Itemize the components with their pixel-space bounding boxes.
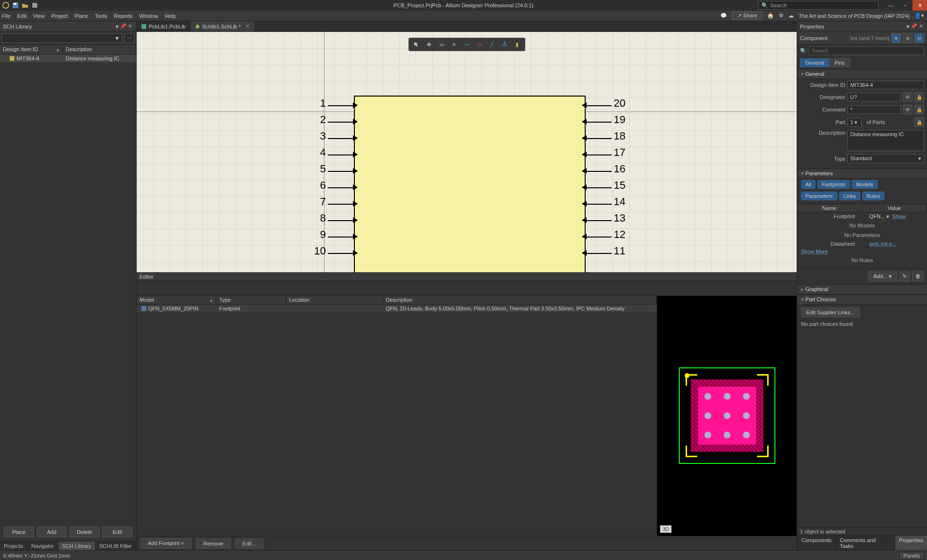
param-col-name[interactable]: Name	[797, 204, 862, 212]
pin-20[interactable]: 20	[583, 99, 612, 111]
section-graphical[interactable]: Graphical	[797, 284, 927, 294]
visibility-icon[interactable]: 👁	[903, 92, 913, 102]
panel-pin-icon[interactable]: 📌	[911, 23, 917, 29]
pin-15[interactable]: 15	[583, 182, 612, 193]
open-icon[interactable]	[21, 1, 29, 9]
filter-icon[interactable]: ▼	[891, 33, 901, 43]
lock-icon[interactable]: 🔒	[914, 117, 924, 127]
pin-6[interactable]: 6	[328, 182, 357, 193]
pin-9[interactable]: 9	[328, 231, 357, 242]
menu-window[interactable]: Window	[139, 13, 158, 19]
pin-1[interactable]: 1	[328, 99, 357, 111]
panels-button[interactable]: Panels	[899, 552, 924, 560]
pin-8[interactable]: 8	[328, 214, 357, 226]
pin-12[interactable]: 12	[583, 231, 612, 242]
panel-close-icon[interactable]: ✕	[126, 23, 133, 29]
edit-supplier-links-button[interactable]: Edit Supplier Links...	[801, 308, 860, 317]
pin-18[interactable]: 18	[583, 132, 612, 144]
project-icon[interactable]	[31, 1, 39, 9]
pin-5[interactable]: 5	[328, 165, 357, 177]
col-description[interactable]: Description	[383, 296, 657, 304]
col-design-item-id[interactable]: Design Item ID	[3, 46, 38, 53]
rect-tool-icon[interactable]: ▭	[436, 39, 448, 50]
pill-all[interactable]: All	[801, 180, 815, 189]
maximize-button[interactable]: ▫	[898, 0, 913, 11]
col-location[interactable]: Location	[286, 296, 383, 304]
menu-file[interactable]: File	[2, 13, 11, 19]
schematic-canvas[interactable]: 1 2 3 4 5 6 7 8 9 10 20 19 18 17 16 15 1…	[137, 32, 797, 272]
param-col-value[interactable]: Value	[862, 204, 927, 212]
component-body[interactable]	[354, 96, 586, 272]
description-input[interactable]	[847, 130, 924, 151]
model-row[interactable]: QFN_5X5MM_20PIN Footprint QFN, 20-Leads,…	[137, 305, 657, 312]
add-footprint-button[interactable]: Add Footprint	[140, 538, 191, 548]
comment-input[interactable]	[847, 105, 901, 114]
file-tab-schlib[interactable]: Schlib1.SchLib * ✕	[191, 21, 254, 31]
3d-toggle-button[interactable]: 3D	[660, 525, 672, 533]
edit-footprint-button[interactable]: Edit...	[235, 539, 263, 548]
fill-tool-icon[interactable]: ▮	[511, 39, 523, 50]
pin-4[interactable]: 4	[328, 149, 357, 160]
pin-16[interactable]: 16	[583, 165, 612, 177]
col-description[interactable]: Description	[63, 45, 136, 54]
pill-footprints[interactable]: Footprints	[817, 180, 850, 189]
col-model[interactable]: Model	[140, 297, 154, 303]
param-row-datasheet[interactable]: Datasheetweb.mit.e...	[797, 240, 927, 248]
delete-button[interactable]: Delete	[70, 527, 99, 537]
pill-links[interactable]: Links	[839, 192, 860, 200]
menu-edit[interactable]: Edit	[17, 13, 27, 19]
library-row[interactable]: MIT364-4 Distance measuring IC	[0, 55, 136, 62]
place-button[interactable]: Place	[4, 527, 34, 537]
section-general[interactable]: General	[797, 69, 927, 79]
pin-10[interactable]: 10	[328, 247, 357, 259]
tab-navigator[interactable]: Navigator	[28, 542, 58, 550]
highlight-icon[interactable]: ⊞	[914, 33, 924, 43]
add-param-button[interactable]: Add... ▾	[868, 271, 897, 281]
edit-button[interactable]: Edit	[102, 527, 132, 537]
save-icon[interactable]	[12, 1, 19, 9]
tab-comments[interactable]: Comments and Tasks	[835, 536, 894, 550]
design-item-input[interactable]	[847, 81, 924, 89]
close-tab-icon[interactable]: ✕	[245, 23, 250, 29]
text-tool-icon[interactable]: A	[499, 39, 510, 50]
pill-parameters[interactable]: Parameters	[801, 192, 837, 200]
pin-tool-icon[interactable]: ⊸	[461, 39, 473, 50]
close-button[interactable]: ✕	[913, 0, 927, 11]
pin-7[interactable]: 7	[328, 198, 357, 210]
pill-models[interactable]: Models	[852, 180, 877, 189]
menu-view[interactable]: View	[33, 13, 45, 19]
line-tool-icon[interactable]: ╱	[486, 39, 498, 50]
show-link[interactable]: Show	[892, 213, 906, 219]
pin-11[interactable]: 11	[583, 247, 612, 259]
panel-pin-icon[interactable]: 📌	[120, 23, 126, 29]
pin-13[interactable]: 13	[583, 214, 612, 226]
select-tool-icon[interactable]	[411, 39, 422, 50]
edit-param-icon[interactable]: ✎	[899, 271, 910, 281]
type-select[interactable]: Standard▾	[847, 154, 924, 163]
pin-2[interactable]: 2	[328, 116, 357, 127]
delete-param-icon[interactable]: 🗑	[912, 271, 924, 281]
net-tool-icon[interactable]: ◇	[474, 39, 485, 50]
pin-3[interactable]: 3	[328, 132, 357, 144]
part-select[interactable]: 1 ▾	[847, 118, 862, 127]
menu-help[interactable]: Help	[165, 13, 176, 19]
share-button[interactable]: ↗ Share	[732, 12, 762, 20]
home-icon[interactable]: 🏠	[767, 13, 774, 19]
properties-search-input[interactable]	[809, 46, 924, 55]
menu-project[interactable]: Project	[51, 13, 68, 19]
lock-icon[interactable]: 🔒	[914, 105, 924, 114]
library-dropdown[interactable]: ▼	[1, 33, 122, 43]
library-menu-button[interactable]: ⋯	[124, 33, 135, 43]
tab-components[interactable]: Components	[797, 536, 835, 550]
panel-close-icon[interactable]: ✕	[917, 23, 924, 29]
menu-tools[interactable]: Tools	[95, 13, 107, 19]
tab-general[interactable]: General	[800, 58, 829, 67]
section-parameters[interactable]: Parameters	[797, 168, 927, 179]
tab-projects[interactable]: Projects	[0, 542, 28, 550]
minimize-button[interactable]: —	[884, 0, 898, 11]
pill-rules[interactable]: Rules	[862, 192, 885, 200]
align-tool-icon[interactable]: ≡	[449, 39, 460, 50]
remove-button[interactable]: Remove	[196, 539, 230, 548]
tab-pins[interactable]: Pins	[829, 58, 850, 67]
lock-icon[interactable]: 🔒	[914, 92, 924, 102]
